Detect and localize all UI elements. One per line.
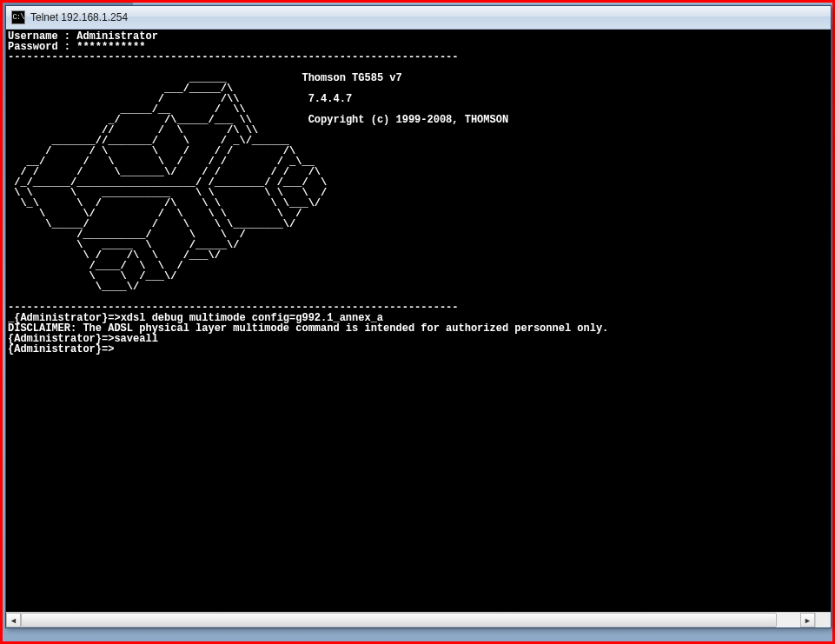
- command-text: saveall: [114, 333, 157, 345]
- banner-copyright: Copyright (c) 1999-2008, THOMSON: [308, 114, 508, 126]
- ascii-art-line: \____\/: [8, 281, 139, 293]
- screenshot-region: Windows Internet Explorer C:\ Telnet 192…: [0, 0, 835, 644]
- separator-line: ----------------------------------------…: [8, 51, 458, 63]
- scrollbar-thumb[interactable]: [21, 613, 777, 627]
- terminal-output[interactable]: Username : Administrator Password : ****…: [6, 30, 831, 612]
- banner-product: Thomson TG585 v7: [302, 72, 401, 84]
- shell-prompt: {Administrator}=>: [8, 343, 114, 355]
- command-prompt-icon: C:\: [11, 10, 25, 24]
- scrollbar-corner: [815, 613, 831, 627]
- window-title: Telnet 192.168.1.254: [30, 11, 128, 23]
- banner-version: 7.4.4.7: [308, 93, 352, 105]
- horizontal-scrollbar[interactable]: ◄ ►: [6, 612, 831, 627]
- scroll-right-arrow-icon[interactable]: ►: [800, 613, 815, 627]
- titlebar[interactable]: C:\ Telnet 192.168.1.254: [6, 6, 831, 30]
- telnet-window: C:\ Telnet 192.168.1.254 Username : Admi…: [5, 5, 832, 628]
- scrollbar-track[interactable]: [21, 613, 800, 627]
- scroll-left-arrow-icon[interactable]: ◄: [6, 613, 21, 627]
